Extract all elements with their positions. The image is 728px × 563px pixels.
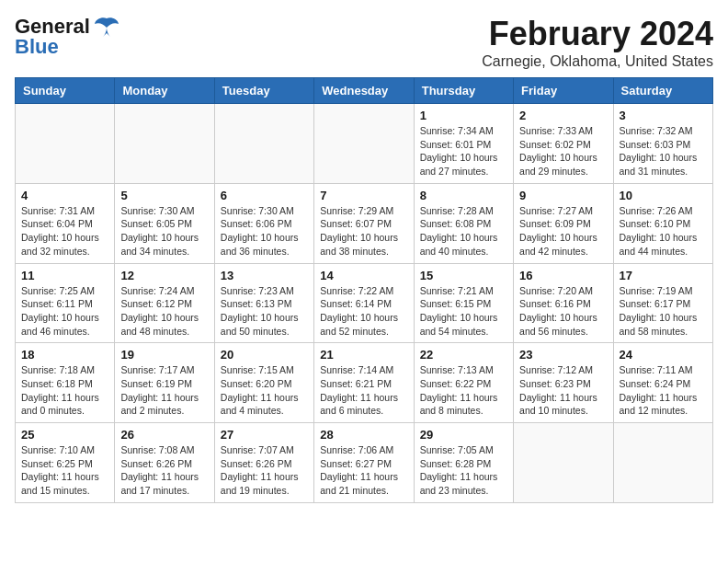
table-row: 28Sunrise: 7:06 AMSunset: 6:27 PMDayligh… — [314, 423, 414, 503]
table-row: 14Sunrise: 7:22 AMSunset: 6:14 PMDayligh… — [314, 263, 414, 343]
table-row: 24Sunrise: 7:11 AMSunset: 6:24 PMDayligh… — [613, 343, 712, 423]
day-number: 17 — [620, 269, 707, 282]
logo-bird-icon — [94, 17, 119, 37]
title-section: February 2024 Carnegie, Oklahoma, United… — [482, 15, 713, 70]
day-info: Sunrise: 7:28 AMSunset: 6:08 PMDaylight:… — [420, 204, 507, 259]
day-info: Sunrise: 7:29 AMSunset: 6:07 PMDaylight:… — [320, 204, 407, 259]
header-tuesday: Tuesday — [214, 78, 313, 104]
day-number: 3 — [620, 109, 707, 122]
day-info: Sunrise: 7:12 AMSunset: 6:23 PMDaylight:… — [519, 363, 607, 418]
day-info: Sunrise: 7:10 AMSunset: 6:25 PMDaylight:… — [21, 443, 108, 498]
day-number: 15 — [420, 269, 507, 282]
table-row: 15Sunrise: 7:21 AMSunset: 6:15 PMDayligh… — [414, 263, 513, 343]
table-row: 22Sunrise: 7:13 AMSunset: 6:22 PMDayligh… — [414, 343, 513, 423]
table-row: 4Sunrise: 7:31 AMSunset: 6:04 PMDaylight… — [16, 183, 115, 263]
week-row-4: 18Sunrise: 7:18 AMSunset: 6:18 PMDayligh… — [16, 343, 713, 423]
table-row: 6Sunrise: 7:30 AMSunset: 6:06 PMDaylight… — [214, 183, 313, 263]
day-info: Sunrise: 7:11 AMSunset: 6:24 PMDaylight:… — [620, 363, 707, 418]
day-info: Sunrise: 7:20 AMSunset: 6:16 PMDaylight:… — [519, 284, 607, 339]
day-info: Sunrise: 7:18 AMSunset: 6:18 PMDaylight:… — [21, 363, 108, 418]
day-number: 14 — [320, 269, 407, 282]
table-row: 11Sunrise: 7:25 AMSunset: 6:11 PMDayligh… — [16, 263, 115, 343]
day-info: Sunrise: 7:19 AMSunset: 6:17 PMDaylight:… — [620, 284, 707, 339]
day-number: 10 — [620, 189, 707, 202]
day-number: 23 — [519, 348, 607, 362]
logo-blue: Blue — [15, 35, 59, 59]
day-info: Sunrise: 7:08 AMSunset: 6:26 PMDaylight:… — [120, 443, 208, 498]
table-row: 16Sunrise: 7:20 AMSunset: 6:16 PMDayligh… — [514, 263, 613, 343]
day-info: Sunrise: 7:32 AMSunset: 6:03 PMDaylight:… — [620, 124, 707, 178]
table-row: 3Sunrise: 7:32 AMSunset: 6:03 PMDaylight… — [613, 104, 712, 184]
table-row: 17Sunrise: 7:19 AMSunset: 6:17 PMDayligh… — [613, 263, 712, 343]
day-number: 16 — [519, 269, 607, 282]
day-number: 18 — [21, 348, 108, 362]
day-number: 22 — [420, 348, 507, 362]
day-number: 5 — [120, 189, 208, 202]
table-row: 23Sunrise: 7:12 AMSunset: 6:23 PMDayligh… — [514, 343, 613, 423]
table-row: 10Sunrise: 7:26 AMSunset: 6:10 PMDayligh… — [613, 183, 712, 263]
day-number: 13 — [221, 269, 308, 282]
day-number: 1 — [420, 109, 507, 122]
header-friday: Friday — [514, 78, 613, 104]
calendar-subtitle: Carnegie, Oklahoma, United States — [482, 53, 713, 70]
table-row: 29Sunrise: 7:05 AMSunset: 6:28 PMDayligh… — [414, 423, 513, 503]
table-row: 13Sunrise: 7:23 AMSunset: 6:13 PMDayligh… — [214, 263, 313, 343]
day-info: Sunrise: 7:30 AMSunset: 6:06 PMDaylight:… — [221, 204, 308, 259]
table-row: 7Sunrise: 7:29 AMSunset: 6:07 PMDaylight… — [314, 183, 414, 263]
header-sunday: Sunday — [16, 78, 115, 104]
table-row: 26Sunrise: 7:08 AMSunset: 6:26 PMDayligh… — [115, 423, 214, 503]
day-info: Sunrise: 7:33 AMSunset: 6:02 PMDaylight:… — [519, 124, 607, 178]
day-number: 24 — [620, 348, 707, 362]
day-number: 19 — [120, 348, 208, 362]
day-info: Sunrise: 7:24 AMSunset: 6:12 PMDaylight:… — [120, 284, 208, 339]
table-row — [613, 423, 712, 503]
day-number: 12 — [120, 269, 208, 282]
day-info: Sunrise: 7:17 AMSunset: 6:19 PMDaylight:… — [120, 363, 208, 418]
day-number: 20 — [221, 348, 308, 362]
table-row: 19Sunrise: 7:17 AMSunset: 6:19 PMDayligh… — [115, 343, 214, 423]
table-row: 2Sunrise: 7:33 AMSunset: 6:02 PMDaylight… — [514, 104, 613, 184]
header-saturday: Saturday — [613, 78, 712, 104]
table-row: 5Sunrise: 7:30 AMSunset: 6:05 PMDaylight… — [115, 183, 214, 263]
day-number: 2 — [519, 109, 607, 122]
day-number: 25 — [21, 428, 108, 442]
table-row — [214, 104, 313, 184]
header-thursday: Thursday — [414, 78, 513, 104]
table-row: 12Sunrise: 7:24 AMSunset: 6:12 PMDayligh… — [115, 263, 214, 343]
week-row-1: 1Sunrise: 7:34 AMSunset: 6:01 PMDaylight… — [16, 104, 713, 184]
table-row: 1Sunrise: 7:34 AMSunset: 6:01 PMDaylight… — [414, 104, 513, 184]
weekday-header-row: Sunday Monday Tuesday Wednesday Thursday… — [16, 78, 713, 104]
day-number: 7 — [320, 189, 407, 202]
day-info: Sunrise: 7:30 AMSunset: 6:05 PMDaylight:… — [120, 204, 208, 259]
table-row — [16, 104, 115, 184]
week-row-2: 4Sunrise: 7:31 AMSunset: 6:04 PMDaylight… — [16, 183, 713, 263]
day-info: Sunrise: 7:22 AMSunset: 6:14 PMDaylight:… — [320, 284, 407, 339]
table-row: 21Sunrise: 7:14 AMSunset: 6:21 PMDayligh… — [314, 343, 414, 423]
table-row: 8Sunrise: 7:28 AMSunset: 6:08 PMDaylight… — [414, 183, 513, 263]
logo: General Blue — [15, 15, 119, 59]
header-monday: Monday — [115, 78, 214, 104]
table-row: 9Sunrise: 7:27 AMSunset: 6:09 PMDaylight… — [514, 183, 613, 263]
table-row: 18Sunrise: 7:18 AMSunset: 6:18 PMDayligh… — [16, 343, 115, 423]
calendar-table: Sunday Monday Tuesday Wednesday Thursday… — [15, 77, 713, 503]
day-number: 28 — [320, 428, 407, 442]
day-info: Sunrise: 7:34 AMSunset: 6:01 PMDaylight:… — [420, 124, 507, 178]
page-header: General Blue February 2024 Carnegie, Okl… — [15, 15, 713, 70]
day-info: Sunrise: 7:13 AMSunset: 6:22 PMDaylight:… — [420, 363, 507, 418]
day-number: 29 — [420, 428, 507, 442]
table-row: 20Sunrise: 7:15 AMSunset: 6:20 PMDayligh… — [214, 343, 313, 423]
day-info: Sunrise: 7:31 AMSunset: 6:04 PMDaylight:… — [21, 204, 108, 259]
day-number: 8 — [420, 189, 507, 202]
table-row: 27Sunrise: 7:07 AMSunset: 6:26 PMDayligh… — [214, 423, 313, 503]
day-info: Sunrise: 7:07 AMSunset: 6:26 PMDaylight:… — [221, 443, 308, 498]
day-info: Sunrise: 7:27 AMSunset: 6:09 PMDaylight:… — [519, 204, 607, 259]
day-info: Sunrise: 7:23 AMSunset: 6:13 PMDaylight:… — [221, 284, 308, 339]
week-row-3: 11Sunrise: 7:25 AMSunset: 6:11 PMDayligh… — [16, 263, 713, 343]
day-info: Sunrise: 7:25 AMSunset: 6:11 PMDaylight:… — [21, 284, 108, 339]
day-number: 11 — [21, 269, 108, 282]
calendar-title: February 2024 — [482, 15, 713, 53]
week-row-5: 25Sunrise: 7:10 AMSunset: 6:25 PMDayligh… — [16, 423, 713, 503]
day-number: 21 — [320, 348, 407, 362]
day-info: Sunrise: 7:06 AMSunset: 6:27 PMDaylight:… — [320, 443, 407, 498]
day-number: 27 — [221, 428, 308, 442]
